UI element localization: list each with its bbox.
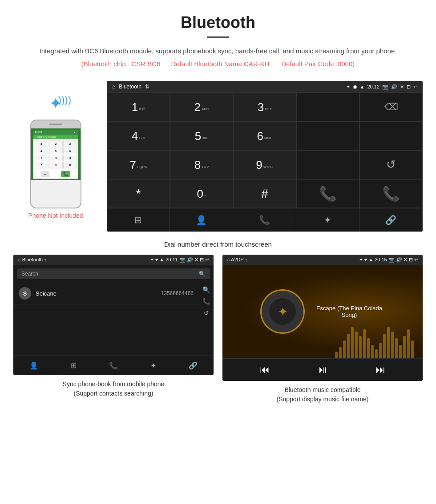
dial-call-btn[interactable]: 📞 [296, 179, 359, 208]
pb-search-right-icon[interactable]: 🔍 [202, 286, 210, 293]
phone-call-btn[interactable]: 📞 [61, 171, 70, 177]
phone-dialpad: 1 2 3 4 5 6 7 8 9 * 0 # [33, 139, 78, 170]
pb-contact-number: 13566664466 [161, 290, 194, 296]
usb-icon: ⇅ [145, 84, 149, 90]
dial-key-hash[interactable]: # [233, 179, 296, 208]
key-2[interactable]: 2 [49, 140, 63, 147]
key-9[interactable]: 9 [63, 155, 77, 161]
pb-contact-item[interactable]: S Seicane 13566664466 [13, 283, 199, 304]
dial-topbar-left: ⌂ Bluetooth ⇅ [112, 84, 149, 90]
nav-contacts-icon[interactable]: 👤 [170, 208, 233, 232]
dial-empty-3 [296, 150, 359, 179]
dial-refresh-btn[interactable]: ↺ [359, 150, 423, 179]
pb-contacts-list: S Seicane 13566664466 [13, 283, 199, 320]
phone-back-btn[interactable]: ← [41, 171, 49, 177]
nav-bluetooth-icon[interactable]: ✦ [296, 208, 359, 232]
dial-input-display [296, 92, 359, 121]
dial-topbar: ⌂ Bluetooth ⇅ ✦ ◉ ▲ 20:12 📷 🔊 ✕ ⊟ ↩ [107, 81, 423, 92]
key-7[interactable]: 7 [35, 155, 48, 161]
nav-recents-icon[interactable]: 📞 [233, 208, 296, 232]
pb-nav-link-icon[interactable]: 🔗 [189, 361, 198, 370]
dial-hang-up-btn[interactable]: 📞 [359, 179, 423, 208]
dial-backspace-btn[interactable]: ⌫ [359, 92, 423, 121]
music-topbar-left: ⌂ A2DP ↑ [227, 257, 247, 263]
screen-carrier: M 00 [35, 131, 42, 134]
wifi-waves-icon: )))) [58, 94, 71, 106]
music-next-icon[interactable]: ⏭ [375, 364, 385, 376]
key-3[interactable]: 3 [63, 140, 77, 147]
key-1[interactable]: 1 [35, 140, 48, 147]
pb-nav-recents-icon[interactable]: 📞 [109, 361, 118, 370]
eq-bar [391, 332, 394, 358]
dial-key-2[interactable]: 2ABC [170, 92, 233, 121]
music-prev-icon[interactable]: ⏮ [260, 364, 270, 376]
phone-bottom-row: ← 📞 [33, 170, 78, 179]
pb-search-bar[interactable]: Search 🔍 [17, 268, 210, 279]
pb-topbar: ⌂ Bluetooth ↑ ✦ ♥ ▲ 20:11 📷 🔊 ✕ ⊟ ↩ [13, 255, 214, 265]
phone-speaker [49, 124, 62, 125]
key-6[interactable]: 6 [63, 148, 77, 154]
back-icon[interactable]: ↩ [413, 84, 417, 90]
nav-dialpad-icon[interactable]: ⊞ [107, 208, 170, 232]
key-star[interactable]: * [35, 162, 48, 168]
phone-contacts-bar: + Add to Contacts [33, 135, 78, 139]
close-icon[interactable]: ✕ [400, 84, 404, 90]
phonebook-caption-line1: Sync phone-book from mobile phone [63, 380, 165, 388]
key-8[interactable]: 8 [49, 155, 63, 161]
dial-key-5[interactable]: 5JKL [170, 121, 233, 150]
dial-key-9[interactable]: 9WXYZ [233, 150, 296, 179]
key-hash[interactable]: # [63, 162, 77, 168]
eq-bar [411, 340, 414, 358]
dial-key-6[interactable]: 6MNO [233, 121, 296, 150]
dial-empty-2 [359, 121, 423, 150]
music-info: Escape (The Pina Colada Song) [314, 305, 385, 318]
music-play-pause-icon[interactable]: ⏯ [318, 364, 327, 376]
eq-bar [343, 340, 346, 358]
page-title: Bluetooth [27, 13, 409, 32]
camera-icon[interactable]: 📷 [382, 84, 388, 90]
dial-empty-1 [296, 121, 359, 150]
pb-call-icon[interactable]: 📞 [202, 298, 210, 305]
music-topbar: ⌂ A2DP ↑ ✦ ♥ ▲ 20:15 📷 🔊 ✕ ⊟ ↩ [222, 255, 423, 265]
eq-bar [335, 352, 338, 358]
pb-nav-contacts-icon[interactable]: 👤 [29, 361, 38, 370]
dial-key-1[interactable]: 1↺↺ [107, 92, 170, 121]
eq-bar [351, 327, 354, 358]
phone-screen-header: M 00 ▲ [33, 130, 78, 135]
music-caption: Bluetooth music compatible (Support disp… [222, 381, 423, 406]
dial-key-8[interactable]: 8TUV [170, 150, 233, 179]
minimize-icon[interactable]: ⊟ [407, 84, 411, 90]
key-5[interactable]: 5 [49, 148, 63, 154]
dial-key-3[interactable]: 3DEF [233, 92, 296, 121]
pb-nav-dialpad-icon[interactable]: ⊞ [71, 361, 77, 370]
eq-bar [363, 329, 366, 358]
key-4[interactable]: 4 [35, 148, 48, 154]
pb-nav-bt-icon[interactable]: ✦ [150, 361, 156, 370]
home-icon[interactable]: ⌂ [112, 84, 115, 90]
screen-signal: ▲ [73, 131, 77, 134]
dial-key-7[interactable]: 7PQRS [107, 150, 170, 179]
dial-key-4[interactable]: 4GHI [107, 121, 170, 150]
dial-caption: Dial number direct from touchscreen [0, 236, 436, 255]
music-body: ✦ Escape (The Pina Colada Song) [222, 265, 423, 358]
volume-icon[interactable]: 🔊 [391, 84, 397, 90]
spec-name: Default Bluetooth Name CAR-KIT [171, 60, 270, 68]
pb-right-icons: 🔍 📞 ↺ [199, 283, 214, 320]
eq-bar [339, 347, 342, 358]
eq-bars [335, 323, 414, 358]
pb-refresh-icon[interactable]: ↺ [204, 309, 209, 316]
eq-bar [387, 327, 390, 358]
nav-settings-icon[interactable]: 🔗 [359, 208, 423, 232]
time-display: 20:12 [367, 84, 379, 89]
bottom-screenshots: ⌂ Bluetooth ↑ ✦ ♥ ▲ 20:11 📷 🔊 ✕ ⊟ ↩ Sear… [0, 255, 436, 415]
dial-bottom-nav: ⊞ 👤 📞 ✦ 🔗 [107, 208, 423, 232]
dial-screen-title: Bluetooth [119, 84, 141, 90]
music-caption-line1: Bluetooth music compatible [284, 386, 360, 393]
dial-key-0[interactable]: 0+ [170, 179, 233, 208]
phone-section: ✦ )))) M 00 ▲ + Add to Contacts 1 2 3 4 [13, 81, 98, 219]
key-0[interactable]: 0 [49, 162, 63, 168]
music-song-title: Escape (The Pina Colada Song) [314, 305, 385, 318]
dial-key-star[interactable]: * [107, 179, 170, 208]
music-bt-icon: ✦ [278, 304, 288, 319]
signal-icon: ▲ [360, 84, 365, 89]
